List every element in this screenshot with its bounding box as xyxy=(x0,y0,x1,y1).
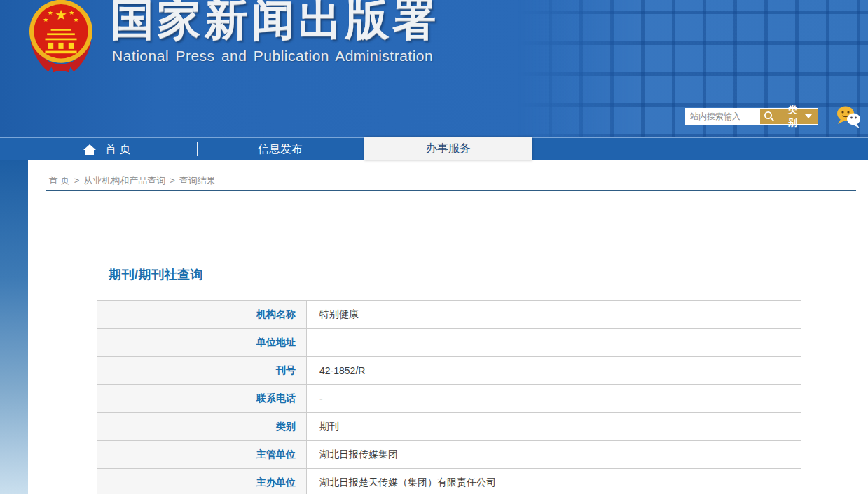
national-emblem-logo: ★ ★ ★ ★ ★ xyxy=(29,0,92,74)
search-gold-section: 类别 xyxy=(760,109,818,124)
category-dropdown[interactable]: 类别 xyxy=(778,104,818,129)
row-value: 特别健康 xyxy=(307,301,801,329)
table-row: 机构名称 特别健康 xyxy=(97,301,801,329)
site-subtitle: National Press and Publication Administr… xyxy=(112,48,433,64)
breadcrumb-separator: > xyxy=(170,175,175,186)
main-nav: 首 页 信息发布 办事服务 xyxy=(0,137,868,160)
table-row: 刊号 42-1852/R xyxy=(97,357,801,385)
breadcrumb-rule xyxy=(46,190,856,191)
row-value xyxy=(307,329,801,357)
wechat-icon[interactable] xyxy=(835,105,862,129)
nav-divider xyxy=(197,142,198,156)
table-row: 类别 期刊 xyxy=(97,413,801,441)
svg-text:★: ★ xyxy=(74,16,79,23)
site-search: 类别 xyxy=(685,108,818,125)
table-row: 单位地址 xyxy=(97,329,801,357)
site-title: 国家新闻出版署 xyxy=(111,0,439,49)
search-input[interactable] xyxy=(686,109,760,124)
breadcrumb-query[interactable]: 从业机构和产品查询 xyxy=(83,175,165,186)
site-header: ★ ★ ★ ★ ★ 国家新闻出版署 National Press and Pub… xyxy=(0,0,868,137)
home-icon xyxy=(83,144,97,156)
national-emblem-icon: ★ ★ ★ ★ ★ xyxy=(29,0,92,74)
breadcrumb: 首 页>从业机构和产品查询>查询结果 xyxy=(49,174,216,187)
svg-text:★: ★ xyxy=(55,7,67,22)
query-result-table: 机构名称 特别健康 单位地址 刊号 42-1852/R 联系电话 - 类别 期刊… xyxy=(97,300,801,494)
nav-item-info-release[interactable]: 信息发布 xyxy=(210,138,350,160)
table-row: 主管单位 湖北日报传媒集团 xyxy=(97,441,801,469)
page-title: 期刊/期刊社查询 xyxy=(109,266,203,283)
table-row: 联系电话 - xyxy=(97,385,801,413)
chevron-down-icon xyxy=(805,114,812,118)
breadcrumb-current: 查询结果 xyxy=(179,175,216,186)
breadcrumb-home[interactable]: 首 页 xyxy=(49,175,70,186)
left-decoration-strip xyxy=(0,160,28,494)
nav-item-home[interactable]: 首 页 xyxy=(83,138,153,160)
row-label: 主管单位 xyxy=(97,441,307,469)
page: ★ ★ ★ ★ ★ 国家新闻出版署 National Press and Pub… xyxy=(0,0,868,494)
row-value: 湖北日报传媒集团 xyxy=(307,441,801,469)
table-row: 主办单位 湖北日报楚天传媒（集团）有限责任公司 xyxy=(97,469,801,494)
row-label: 联系电话 xyxy=(97,385,307,413)
search-button[interactable] xyxy=(760,109,778,124)
nav-home-label: 首 页 xyxy=(105,138,130,160)
svg-text:★: ★ xyxy=(69,9,74,16)
row-label: 单位地址 xyxy=(97,329,307,357)
nav-item-services[interactable]: 办事服务 xyxy=(364,137,532,160)
query-table-body: 机构名称 特别健康 单位地址 刊号 42-1852/R 联系电话 - 类别 期刊… xyxy=(97,301,801,494)
row-label: 类别 xyxy=(97,413,307,441)
row-value: 期刊 xyxy=(307,413,801,441)
row-label: 刊号 xyxy=(97,357,307,385)
breadcrumb-separator: > xyxy=(74,175,80,186)
row-value: 湖北日报楚天传媒（集团）有限责任公司 xyxy=(307,469,801,494)
svg-text:★: ★ xyxy=(48,9,53,16)
svg-text:★: ★ xyxy=(43,16,48,23)
row-value: 42-1852/R xyxy=(307,357,801,385)
search-icon xyxy=(764,111,775,122)
row-label: 主办单位 xyxy=(97,469,307,494)
row-label: 机构名称 xyxy=(97,301,307,329)
row-value: - xyxy=(307,385,801,413)
category-label: 类别 xyxy=(784,104,801,129)
